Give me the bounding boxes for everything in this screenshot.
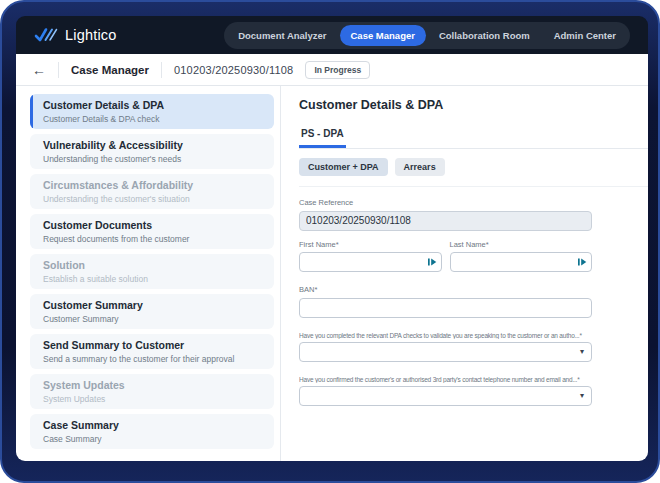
- step-title: Send Summary to Customer: [43, 339, 264, 352]
- window-frame: Lightico Document Analyzer Case Manager …: [0, 0, 660, 483]
- step-subtitle: Customer Summary: [43, 314, 264, 324]
- case-reference-field: [299, 211, 592, 231]
- first-name-label: First Name*: [299, 240, 442, 249]
- sidebar-item-vulnerability-accessibility[interactable]: Vulnerability & Accessibility Understand…: [30, 134, 274, 169]
- contact-check-select[interactable]: ▾: [299, 386, 592, 406]
- ban-field[interactable]: [299, 298, 592, 318]
- page-title: Customer Details & DPA: [299, 98, 648, 112]
- nav-collaboration-room[interactable]: Collaboration Room: [428, 25, 541, 46]
- step-subtitle: Customer Details & DPA check: [43, 114, 264, 124]
- nav-case-manager[interactable]: Case Manager: [340, 25, 426, 46]
- ban-label: BAN*: [299, 285, 592, 294]
- step-title: Customer Documents: [43, 219, 264, 232]
- dpa-form: Case Reference First Name*: [299, 187, 592, 406]
- app-header: Lightico Document Analyzer Case Manager …: [16, 16, 648, 54]
- tab-ps-dpa[interactable]: PS - DPA: [299, 125, 346, 148]
- step-subtitle: Send a summary to the customer for their…: [43, 354, 264, 364]
- status-badge: In Progress: [305, 61, 370, 79]
- sidebar-item-circumstances-affordability: Circumstances & Affordability Understand…: [30, 174, 274, 209]
- step-title: Solution: [43, 259, 264, 272]
- sidebar-item-customer-summary[interactable]: Customer Summary Customer Summary: [30, 294, 274, 329]
- case-reference-label: Case Reference: [299, 198, 592, 207]
- step-subtitle: System Updates: [43, 394, 264, 404]
- last-name-label: Last Name*: [450, 240, 593, 249]
- tab-bar: PS - DPA: [299, 123, 648, 149]
- dpa-check-select[interactable]: ▾: [299, 342, 592, 362]
- case-number: 010203/20250930/1108: [174, 64, 293, 76]
- dpa-check-label: Have you completed the relevant DPA chec…: [299, 332, 592, 339]
- step-title: Circumstances & Affordability: [43, 179, 264, 192]
- sidebar-item-system-updates: System Updates System Updates: [30, 374, 274, 409]
- contact-check-label: Have you confirmed the customer's or aut…: [299, 376, 592, 383]
- toolbar: ← Case Manager 010203/20250930/1108 In P…: [16, 54, 648, 86]
- chip-customer-dpa[interactable]: Customer + DPA: [299, 158, 388, 176]
- nav-document-analyzer[interactable]: Document Analyzer: [227, 25, 337, 46]
- step-title: Vulnerability & Accessibility: [43, 139, 264, 152]
- step-subtitle: Request documents from the customer: [43, 234, 264, 244]
- request-from-customer-icon[interactable]: [577, 257, 587, 267]
- sidebar-item-send-summary-to-customer[interactable]: Send Summary to Customer Send a summary …: [30, 334, 274, 369]
- toolbar-title: Case Manager: [71, 64, 149, 76]
- step-title: Customer Summary: [43, 299, 264, 312]
- sidebar-item-case-summary[interactable]: Case Summary Case Summary: [30, 414, 274, 449]
- chevron-down-icon: ▾: [580, 392, 584, 400]
- brand: Lightico: [34, 27, 117, 44]
- step-title: Customer Details & DPA: [43, 99, 264, 112]
- nav-admin-center[interactable]: Admin Center: [543, 25, 627, 46]
- step-subtitle: Establish a suitable solution: [43, 274, 264, 284]
- step-title: System Updates: [43, 379, 264, 392]
- toolbar-divider: [161, 62, 162, 78]
- request-from-customer-icon[interactable]: [427, 257, 437, 267]
- first-name-field[interactable]: [299, 252, 442, 272]
- sidebar-item-customer-documents[interactable]: Customer Documents Request documents fro…: [30, 214, 274, 249]
- app-window: Lightico Document Analyzer Case Manager …: [16, 16, 648, 461]
- step-subtitle: Case Summary: [43, 434, 264, 444]
- step-subtitle: Understanding the customer's needs: [43, 154, 264, 164]
- back-arrow-icon[interactable]: ←: [32, 63, 46, 77]
- top-nav: Document Analyzer Case Manager Collabora…: [224, 22, 630, 49]
- section-chips: Customer + DPA Arrears: [299, 149, 648, 187]
- form-panel: Customer Details & DPA PS - DPA Customer…: [281, 86, 648, 461]
- last-name-field[interactable]: [450, 252, 593, 272]
- content-area: Customer Details & DPA Customer Details …: [16, 86, 648, 461]
- chip-arrears[interactable]: Arrears: [395, 158, 445, 176]
- chevron-down-icon: ▾: [580, 348, 584, 356]
- brand-name: Lightico: [65, 27, 117, 43]
- sidebar-item-solution: Solution Establish a suitable solution: [30, 254, 274, 289]
- step-subtitle: Understanding the customer's situation: [43, 194, 264, 204]
- steps-sidebar: Customer Details & DPA Customer Details …: [16, 86, 280, 461]
- toolbar-divider: [58, 62, 59, 78]
- step-title: Case Summary: [43, 419, 264, 432]
- sidebar-item-customer-details-dpa[interactable]: Customer Details & DPA Customer Details …: [30, 94, 274, 129]
- lightico-logo-icon: [34, 27, 58, 44]
